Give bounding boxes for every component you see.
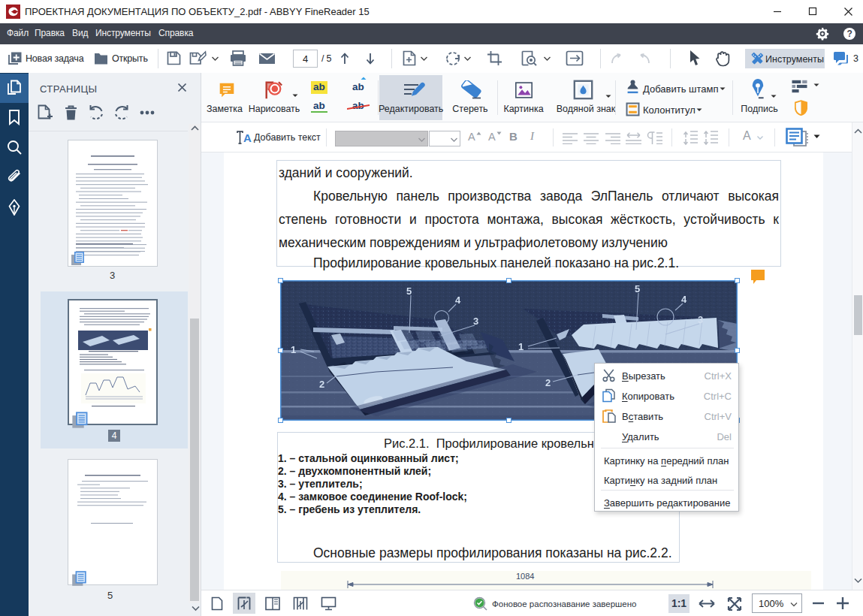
svg-text:1: 1: [291, 344, 296, 355]
svg-text:A: A: [243, 131, 252, 144]
svg-text:5: 5: [406, 285, 412, 297]
svg-text:4: 4: [455, 294, 461, 306]
svg-text:2: 2: [545, 377, 551, 388]
svg-text:?: ?: [846, 29, 852, 39]
svg-text:3: 3: [473, 316, 478, 327]
svg-text:4: 4: [681, 294, 687, 305]
svg-text:1: 1: [518, 341, 524, 352]
svg-text:5: 5: [635, 283, 640, 294]
svg-text:3: 3: [698, 314, 703, 325]
svg-text:2: 2: [319, 379, 324, 390]
